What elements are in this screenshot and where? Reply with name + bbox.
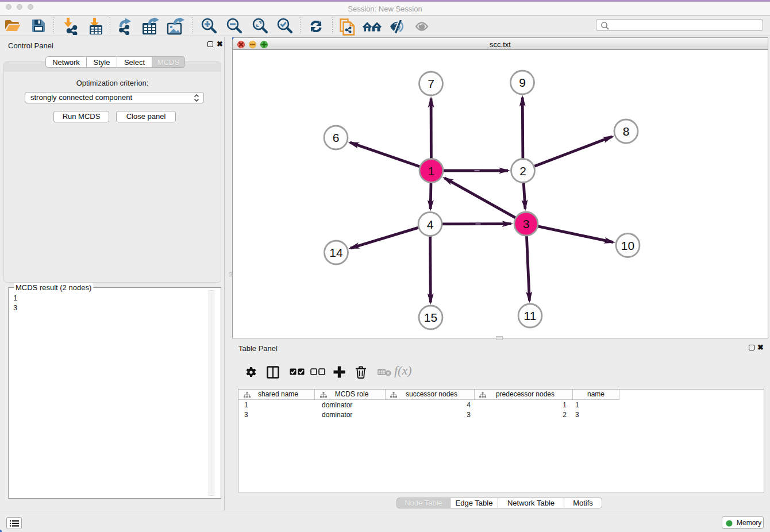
svg-text:4: 4 [427, 218, 434, 231]
svg-text:1: 1 [428, 164, 435, 178]
svg-text:6: 6 [333, 131, 340, 144]
svg-text:9: 9 [519, 76, 526, 89]
svg-text:8: 8 [623, 125, 630, 138]
svg-text:3: 3 [523, 217, 530, 230]
svg-text:11: 11 [524, 309, 537, 322]
svg-text:2: 2 [519, 164, 526, 178]
svg-text:15: 15 [424, 311, 437, 324]
svg-text:10: 10 [621, 239, 634, 252]
svg-text:14: 14 [329, 246, 343, 259]
svg-text:7: 7 [428, 77, 434, 90]
